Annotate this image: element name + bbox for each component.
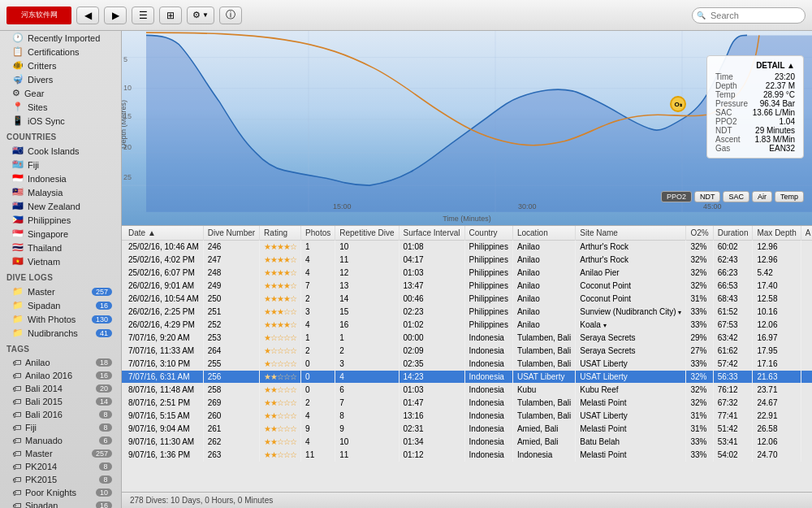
settings-button[interactable]: ⚙ ▼ [187,7,214,24]
sidebar-item-certifications[interactable]: 📋 Certifications [2,45,119,59]
sidebar-item-dive-log[interactable]: 📁Nudibranchs41 [2,326,119,340]
cell-interval: 04:17 [399,254,464,267]
col-photos[interactable]: Photos [301,226,335,241]
info-button[interactable]: ⓘ [219,7,242,24]
sidebar-item-tag[interactable]: 🏷PK20148 [2,460,119,473]
cell-country: Philippines [464,293,512,306]
cell-rating: ★☆☆☆☆ [260,332,301,345]
col-site-name[interactable]: Site Name [576,226,686,241]
sidebar-item-dive-log[interactable]: 📁Master257 [2,284,119,298]
table-row[interactable]: 25/02/16, 10:46 AM 246 ★★★★☆ 1 10 01:08 … [122,241,812,254]
view-icon-button[interactable]: ⊞ [159,7,182,24]
cell-dive-number: 269 [203,397,259,410]
sidebar-item-country[interactable]: 🇵🇭Philippines [2,213,119,227]
sidebar-item-tag[interactable]: 🏷Poor Knights10 [2,486,119,499]
sidebar-item-gear[interactable]: ⚙ Gear [2,86,119,100]
legend-ppo2-button[interactable]: PPO2 [661,191,692,202]
nav-forward-button[interactable]: ▶ [104,7,127,24]
cell-date: 9/07/16, 11:30 AM [122,436,203,449]
table-row[interactable]: 7/07/16, 11:33 AM 264 ★☆☆☆☆ 2 2 02:09 In… [122,345,812,358]
table-row[interactable]: 26/02/16, 10:54 AM 250 ★★★★☆ 2 14 00:46 … [122,293,812,306]
col-country[interactable]: Country [464,226,512,241]
table-row[interactable]: 7/07/16, 3:10 PM 255 ★☆☆☆☆ 0 3 02:35 Ind… [122,358,812,371]
dive-table: Date ▲ Dive Number Rating Photos Repetit… [122,226,812,462]
sidebar-item-critters[interactable]: 🐠 Critters [2,59,119,72]
view-list-button[interactable]: ☰ [132,7,154,24]
cell-date: 25/02/16, 4:02 PM [122,254,203,267]
table-row[interactable]: 8/07/16, 2:51 PM 269 ★★☆☆☆ 2 7 01:47 Ind… [122,397,812,410]
cell-country: Philippines [464,280,512,293]
cell-a [801,293,812,306]
cell-duration: 77:41 [713,410,753,423]
cell-location: Amied, Bali [512,436,575,449]
cell-photos: 4 [301,319,335,332]
sidebar-item-recently-imported[interactable]: 🕐 Recently Imported [2,31,119,45]
sidebar-item-country[interactable]: 🇫🇯Fiji [2,158,119,172]
col-repetitive-dive[interactable]: Repetitive Dive [335,226,399,241]
cell-depth: 12.96 [753,254,801,267]
sidebar-item-country[interactable]: 🇳🇿New Zealand [2,199,119,213]
col-duration[interactable]: Duration [713,226,753,241]
cell-o2: 32% [686,241,713,254]
table-row[interactable]: 26/02/16, 9:01 AM 249 ★★★★☆ 7 13 13:47 P… [122,280,812,293]
legend-ndt-button[interactable]: NDT [694,191,721,202]
table-row[interactable]: 9/07/16, 5:15 AM 260 ★★☆☆☆ 4 8 13:16 Ind… [122,410,812,423]
col-date[interactable]: Date ▲ [122,226,203,241]
cell-depth: 24.67 [753,397,801,410]
col-dive-number[interactable]: Dive Number [203,226,259,241]
table-row[interactable]: 26/02/16, 4:29 PM 252 ★★★★☆ 4 16 01:02 P… [122,319,812,332]
cell-photos: 1 [301,332,335,345]
sidebar-item-tag[interactable]: 🏷Master257 [2,447,119,460]
sidebar-item-tag[interactable]: 🏷Sipadan16 [2,499,119,508]
sidebar-item-country[interactable]: 🇹🇭Thailand [2,241,119,254]
table-row[interactable]: 26/02/16, 2:25 PM 251 ★★★☆☆ 3 15 02:23 P… [122,306,812,319]
cell-dive-number: 247 [203,254,259,267]
search-input[interactable] [692,7,806,24]
sidebar-item-tag[interactable]: 🏷Manuado6 [2,434,119,447]
table-row[interactable]: 9/07/16, 1:36 PM 263 ★★☆☆☆ 11 11 01:12 I… [122,449,812,462]
sidebar-item-tag[interactable]: 🏷Bali 201514 [2,395,119,408]
col-location[interactable]: Location [512,226,575,241]
sidebar-item-ios-sync[interactable]: 📱 iOS Sync [2,114,119,128]
sidebar-item-tag[interactable]: 🏷PK20158 [2,473,119,486]
table-row[interactable]: 25/02/16, 4:02 PM 247 ★★★★☆ 4 11 04:17 P… [122,254,812,267]
sidebar-item-dive-log[interactable]: 📁With Photos130 [2,312,119,326]
table-row[interactable]: 7/07/16, 6:31 AM 256 ★★☆☆☆ 0 4 14:23 Ind… [122,371,812,384]
sidebar-item-tag[interactable]: 🏷Anilao 201616 [2,369,119,382]
table-row[interactable]: 7/07/16, 9:20 AM 253 ★☆☆☆☆ 1 1 00:00 Ind… [122,332,812,345]
sidebar-item-sites[interactable]: 📍 Sites [2,100,119,114]
col-max-depth[interactable]: Max Depth [753,226,801,241]
legend-sac-button[interactable]: SAC [723,191,749,202]
table-row[interactable]: 9/07/16, 9:04 AM 261 ★★☆☆☆ 9 9 02:31 Ind… [122,423,812,436]
sidebar-item-tag[interactable]: 🏷Bali 20168 [2,408,119,421]
sidebar-item-country[interactable]: 🇨🇰Cook Islands [2,144,119,158]
cell-rep: 10 [335,241,399,254]
sidebar-item-tag[interactable]: 🏷Anilao18 [2,356,119,369]
sidebar-item-country[interactable]: 🇮🇩Indonesia [2,172,119,185]
nav-back-button[interactable]: ◀ [76,7,99,24]
sidebar-item-tag[interactable]: 🏷Bali 201420 [2,382,119,395]
cell-rep: 14 [335,293,399,306]
cell-o2: 32% [686,384,713,397]
dive-table-container[interactable]: Date ▲ Dive Number Rating Photos Repetit… [122,226,812,492]
table-row[interactable]: 8/07/16, 11:48 AM 258 ★★☆☆☆ 0 6 01:03 In… [122,384,812,397]
cell-interval: 02:09 [399,345,464,358]
sidebar-item-divers[interactable]: 🤿 Divers [2,72,119,86]
table-row[interactable]: 9/07/16, 11:30 AM 262 ★★☆☆☆ 4 10 01:34 I… [122,436,812,449]
cell-o2: 32% [686,371,713,384]
legend-air-button[interactable]: Air [752,191,772,202]
col-rating[interactable]: Rating [260,226,301,241]
sidebar-item-country[interactable]: 🇲🇾Malaysia [2,185,119,199]
sidebar-item-dive-log[interactable]: 📁Sipadan16 [2,298,119,312]
cell-rep: 15 [335,306,399,319]
table-row[interactable]: 25/02/16, 6:07 PM 248 ★★★★☆ 4 12 01:03 P… [122,267,812,280]
sidebar-item-country[interactable]: 🇸🇬Singapore [2,227,119,241]
cell-dive-number: 255 [203,358,259,371]
legend-temp-button[interactable]: Temp [775,191,804,202]
col-o2[interactable]: O2% [686,226,713,241]
col-a[interactable]: A [801,226,812,241]
sidebar-item-tag[interactable]: 🏷Fiji8 [2,421,119,434]
cell-a [801,436,812,449]
col-surface-interval[interactable]: Surface Interval [399,226,464,241]
sidebar-item-country[interactable]: 🇻🇳Vietnam [2,254,119,268]
